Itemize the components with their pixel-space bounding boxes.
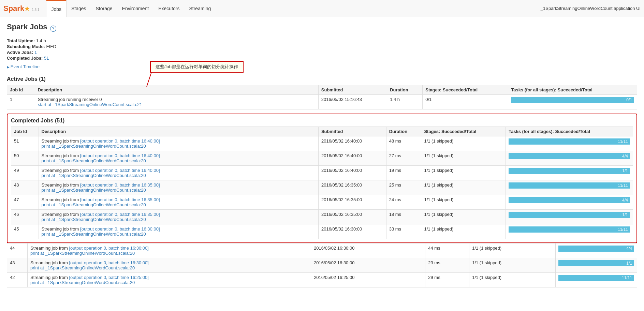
- ejob-duration: 23 ms: [425, 258, 469, 273]
- annotation-text: 这些Job都是在运行对单词的切分统计操作: [156, 64, 238, 69]
- active-job-desc: Streaming job running receiver 0 start a…: [35, 95, 318, 109]
- completed-jobs-table: Job Id Description Submitted Duration St…: [11, 127, 633, 239]
- cjob-id: 45: [11, 224, 39, 239]
- cjob-tasks: 4/4: [506, 151, 633, 166]
- cjob-link1[interactable]: [output operation 0, batch time 16:35:00…: [80, 212, 160, 217]
- spark-logo: Spark★: [3, 4, 30, 13]
- spark-star-icon: ★: [24, 5, 30, 12]
- active-job-tasks: 0/1: [508, 95, 637, 109]
- col-description: Description: [35, 85, 318, 95]
- cjob-task-bar: 11/11: [509, 182, 630, 189]
- ejob-link2[interactable]: print at _1SparkStreamingOnlineWordCount…: [30, 265, 135, 270]
- ejob-stages: 1/1 (1 skipped): [469, 258, 556, 273]
- cjob-link2[interactable]: print at _1SparkStreamingOnlineWordCount…: [42, 173, 146, 178]
- cjob-desc: Streaming job from [output operation 0, …: [39, 166, 318, 180]
- completed-jobs-label: Completed Jobs:: [7, 56, 43, 61]
- ejob-duration: 44 ms: [425, 243, 469, 258]
- active-job-id: 1: [7, 95, 35, 109]
- ejob-duration: 29 ms: [425, 273, 469, 287]
- cjob-link1[interactable]: [output operation 0, batch time 16:40:00…: [80, 168, 160, 173]
- scheduling-label: Scheduling Mode:: [7, 44, 45, 49]
- ccol-job-id: Job Id: [11, 127, 39, 136]
- col-stages: Stages: Succeeded/Total: [423, 85, 508, 95]
- cjob-link1[interactable]: [output operation 0, batch time 16:40:00…: [80, 153, 160, 158]
- scheduling-row: Scheduling Mode: FIFO: [7, 44, 637, 49]
- cjob-link2[interactable]: print at _1SparkStreamingOnlineWordCount…: [42, 202, 146, 207]
- ejob-desc: Streaming job from [output operation 0, …: [28, 243, 311, 258]
- cjob-id: 46: [11, 210, 39, 224]
- cjob-desc: Streaming job from [output operation 0, …: [39, 195, 318, 210]
- cjob-link2[interactable]: print at _1SparkStreamingOnlineWordCount…: [42, 144, 146, 149]
- completed-jobs-section: Completed Jobs (51) Job Id Description S…: [7, 114, 637, 243]
- cjob-stages: 1/1 (1 skipped): [421, 136, 506, 151]
- cjob-desc: Streaming job from [output operation 0, …: [39, 180, 318, 195]
- cjob-task-bar: 11/11: [509, 226, 630, 233]
- ejob-link1[interactable]: [output operation 0, batch time 16:25:00…: [69, 275, 148, 280]
- cjob-tasks: 11/11: [506, 224, 633, 239]
- annotation-arrow: [78, 63, 153, 90]
- cjob-submitted: 2016/05/02 16:35:00: [318, 195, 386, 210]
- ejob-link2[interactable]: print at _1SparkStreamingOnlineWordCount…: [30, 280, 135, 285]
- nav-stages[interactable]: Stages: [67, 0, 91, 17]
- active-job-submitted: 2016/05/02 15:16:43: [318, 95, 387, 109]
- ccol-submitted: Submitted: [318, 127, 386, 136]
- nav-executors[interactable]: Executors: [153, 0, 184, 17]
- ejob-task-bar: 1/1: [558, 260, 634, 266]
- help-link[interactable]: ?: [50, 26, 57, 32]
- cjob-link2[interactable]: print at _1SparkStreamingOnlineWordCount…: [42, 232, 146, 237]
- ejob-stages: 1/1 (1 skipped): [469, 243, 556, 258]
- nav-jobs[interactable]: Jobs: [46, 0, 67, 17]
- col-tasks: Tasks (for all stages): Succeeded/Total: [508, 85, 637, 95]
- ccol-tasks: Tasks (for all stages): Succeeded/Total: [506, 127, 633, 136]
- cjob-stages: 1/1 (1 skipped): [421, 210, 506, 224]
- ccol-description: Description: [39, 127, 318, 136]
- extra-jobs-table: 44 Streaming job from [output operation …: [7, 243, 637, 287]
- cjob-submitted: 2016/05/02 16:40:00: [318, 166, 386, 180]
- cjob-link2[interactable]: print at _1SparkStreamingOnlineWordCount…: [42, 158, 146, 163]
- completed-job-row: 47 Streaming job from [output operation …: [11, 195, 633, 210]
- cjob-stages: 1/1 (1 skipped): [421, 195, 506, 210]
- ejob-link1[interactable]: [output operation 0, batch time 16:30:00…: [69, 260, 148, 265]
- col-submitted: Submitted: [318, 85, 387, 95]
- spark-version: 1.6.1: [32, 8, 39, 12]
- active-jobs-value[interactable]: 1: [34, 50, 37, 55]
- cjob-stages: 1/1 (1 skipped): [421, 224, 506, 239]
- cjob-link1[interactable]: [output operation 0, batch time 16:35:00…: [80, 182, 160, 188]
- col-duration: Duration: [387, 85, 423, 95]
- cjob-desc: Streaming job from [output operation 0, …: [39, 151, 318, 166]
- ejob-link1[interactable]: [output operation 0, batch time 16:30:00…: [69, 246, 148, 251]
- active-jobs-label: Active Jobs:: [7, 50, 33, 55]
- brand: Spark★ 1.6.1: [3, 4, 39, 13]
- extra-job-row: 42 Streaming job from [output operation …: [7, 273, 637, 287]
- ejob-link2[interactable]: print at _1SparkStreamingOnlineWordCount…: [30, 251, 135, 256]
- ejob-tasks: 1/1: [556, 258, 637, 273]
- cjob-submitted: 2016/05/02 16:35:00: [318, 180, 386, 195]
- ejob-task-bar: 11/11: [558, 275, 634, 281]
- cjob-link1[interactable]: [output operation 0, batch time 16:30:00…: [80, 226, 160, 232]
- cjob-task-bar: 1/1: [509, 168, 630, 174]
- completed-job-row: 49 Streaming job from [output operation …: [11, 166, 633, 180]
- page-title: Spark Jobs: [7, 23, 47, 31]
- completed-jobs-value[interactable]: 51: [44, 56, 49, 61]
- cjob-id: 50: [11, 151, 39, 166]
- ccol-stages: Stages: Succeeded/Total: [421, 127, 506, 136]
- nav-streaming[interactable]: Streaming: [184, 0, 216, 17]
- ejob-submitted: 2016/05/02 16:30:00: [311, 243, 425, 258]
- navbar: Spark★ 1.6.1 Jobs Stages Storage Environ…: [0, 0, 644, 17]
- completed-job-row: 48 Streaming job from [output operation …: [11, 180, 633, 195]
- extra-job-row: 44 Streaming job from [output operation …: [7, 243, 637, 258]
- nav-storage[interactable]: Storage: [91, 0, 117, 17]
- cjob-id: 48: [11, 180, 39, 195]
- cjob-link2[interactable]: print at _1SparkStreamingOnlineWordCount…: [42, 188, 146, 193]
- cjob-tasks: 11/11: [506, 136, 633, 151]
- ejob-submitted: 2016/05/02 16:30:00: [311, 258, 425, 273]
- cjob-link2[interactable]: print at _1SparkStreamingOnlineWordCount…: [42, 217, 146, 222]
- nav-environment[interactable]: Environment: [117, 0, 154, 17]
- active-job-link[interactable]: start at _1SparkStreamingOnlineWordCount…: [38, 102, 142, 107]
- active-job-row: 1 Streaming job running receiver 0 start…: [7, 95, 637, 109]
- cjob-link1[interactable]: [output operation 0, batch time 16:40:00…: [80, 138, 160, 144]
- cjob-stages: 1/1 (1 skipped): [421, 166, 506, 180]
- cjob-link1[interactable]: [output operation 0, batch time 16:35:00…: [80, 197, 160, 202]
- event-timeline-link[interactable]: Event Timeline: [7, 64, 40, 69]
- ejob-tasks: 4/4: [556, 243, 637, 258]
